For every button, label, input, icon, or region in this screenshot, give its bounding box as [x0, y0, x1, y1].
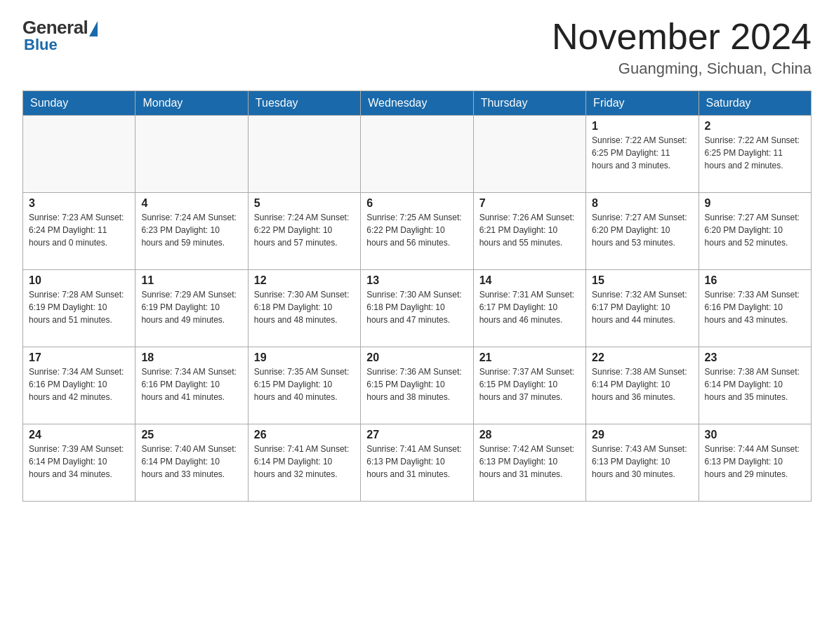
calendar-cell [361, 116, 473, 193]
day-number: 1 [592, 120, 692, 133]
day-info: Sunrise: 7:38 AM Sunset: 6:14 PM Dayligh… [705, 365, 805, 403]
weekday-header-tuesday: Tuesday [248, 91, 360, 116]
logo-triangle-icon [89, 21, 98, 36]
weekday-header-thursday: Thursday [473, 91, 585, 116]
title-section: November 2024 Guangming, Sichuan, China [552, 17, 812, 78]
calendar-cell [23, 116, 135, 193]
calendar-cell: 28Sunrise: 7:42 AM Sunset: 6:13 PM Dayli… [473, 424, 585, 502]
day-number: 15 [592, 274, 692, 287]
calendar-cell: 23Sunrise: 7:38 AM Sunset: 6:14 PM Dayli… [699, 347, 811, 424]
day-info: Sunrise: 7:41 AM Sunset: 6:14 PM Dayligh… [254, 443, 355, 481]
calendar-cell: 7Sunrise: 7:26 AM Sunset: 6:21 PM Daylig… [473, 193, 585, 270]
day-number: 2 [705, 120, 805, 133]
day-info: Sunrise: 7:23 AM Sunset: 6:24 PM Dayligh… [29, 211, 129, 249]
day-number: 17 [29, 351, 129, 364]
day-info: Sunrise: 7:38 AM Sunset: 6:14 PM Dayligh… [592, 365, 692, 403]
calendar-cell [473, 116, 585, 193]
day-info: Sunrise: 7:32 AM Sunset: 6:17 PM Dayligh… [592, 288, 692, 326]
day-info: Sunrise: 7:33 AM Sunset: 6:16 PM Dayligh… [705, 288, 805, 326]
weekday-header-saturday: Saturday [699, 91, 811, 116]
calendar-cell: 3Sunrise: 7:23 AM Sunset: 6:24 PM Daylig… [23, 193, 135, 270]
calendar-cell: 24Sunrise: 7:39 AM Sunset: 6:14 PM Dayli… [23, 424, 135, 502]
day-number: 16 [705, 274, 805, 287]
page-header: General Blue November 2024 Guangming, Si… [22, 17, 812, 78]
day-info: Sunrise: 7:43 AM Sunset: 6:13 PM Dayligh… [592, 443, 692, 481]
day-info: Sunrise: 7:30 AM Sunset: 6:18 PM Dayligh… [254, 288, 355, 326]
day-number: 7 [479, 197, 580, 210]
calendar-week-row: 24Sunrise: 7:39 AM Sunset: 6:14 PM Dayli… [23, 424, 812, 502]
day-info: Sunrise: 7:22 AM Sunset: 6:25 PM Dayligh… [592, 134, 692, 172]
day-info: Sunrise: 7:28 AM Sunset: 6:19 PM Dayligh… [29, 288, 129, 326]
month-title: November 2024 [552, 17, 812, 57]
calendar-body: 1Sunrise: 7:22 AM Sunset: 6:25 PM Daylig… [23, 116, 812, 502]
calendar-table: SundayMondayTuesdayWednesdayThursdayFrid… [22, 90, 812, 502]
day-number: 19 [254, 351, 355, 364]
calendar-cell: 19Sunrise: 7:35 AM Sunset: 6:15 PM Dayli… [248, 347, 360, 424]
day-number: 21 [479, 351, 580, 364]
calendar-cell: 1Sunrise: 7:22 AM Sunset: 6:25 PM Daylig… [586, 116, 699, 193]
calendar-cell: 17Sunrise: 7:34 AM Sunset: 6:16 PM Dayli… [23, 347, 135, 424]
calendar-cell: 9Sunrise: 7:27 AM Sunset: 6:20 PM Daylig… [699, 193, 811, 270]
calendar-cell: 26Sunrise: 7:41 AM Sunset: 6:14 PM Dayli… [248, 424, 360, 502]
calendar-cell: 18Sunrise: 7:34 AM Sunset: 6:16 PM Dayli… [135, 347, 248, 424]
calendar-week-row: 10Sunrise: 7:28 AM Sunset: 6:19 PM Dayli… [23, 270, 812, 347]
calendar-cell: 4Sunrise: 7:24 AM Sunset: 6:23 PM Daylig… [135, 193, 248, 270]
calendar-cell: 27Sunrise: 7:41 AM Sunset: 6:13 PM Dayli… [361, 424, 473, 502]
day-number: 9 [705, 197, 805, 210]
day-number: 18 [141, 351, 241, 364]
calendar-cell: 6Sunrise: 7:25 AM Sunset: 6:22 PM Daylig… [361, 193, 473, 270]
day-number: 26 [254, 429, 355, 441]
weekday-header-monday: Monday [135, 91, 248, 116]
calendar-cell: 30Sunrise: 7:44 AM Sunset: 6:13 PM Dayli… [699, 424, 811, 502]
day-info: Sunrise: 7:34 AM Sunset: 6:16 PM Dayligh… [29, 365, 129, 403]
day-number: 24 [29, 429, 129, 441]
day-info: Sunrise: 7:44 AM Sunset: 6:13 PM Dayligh… [705, 443, 805, 481]
calendar-week-row: 17Sunrise: 7:34 AM Sunset: 6:16 PM Dayli… [23, 347, 812, 424]
calendar-cell: 20Sunrise: 7:36 AM Sunset: 6:15 PM Dayli… [361, 347, 473, 424]
day-number: 3 [29, 197, 129, 210]
day-number: 14 [479, 274, 580, 287]
day-number: 6 [366, 197, 467, 210]
calendar-cell: 22Sunrise: 7:38 AM Sunset: 6:14 PM Dayli… [586, 347, 699, 424]
calendar-cell: 16Sunrise: 7:33 AM Sunset: 6:16 PM Dayli… [699, 270, 811, 347]
day-info: Sunrise: 7:40 AM Sunset: 6:14 PM Dayligh… [141, 443, 241, 481]
day-number: 4 [141, 197, 241, 210]
day-info: Sunrise: 7:39 AM Sunset: 6:14 PM Dayligh… [29, 443, 129, 481]
day-info: Sunrise: 7:26 AM Sunset: 6:21 PM Dayligh… [479, 211, 580, 249]
calendar-cell: 8Sunrise: 7:27 AM Sunset: 6:20 PM Daylig… [586, 193, 699, 270]
calendar-cell: 10Sunrise: 7:28 AM Sunset: 6:19 PM Dayli… [23, 270, 135, 347]
calendar-cell: 12Sunrise: 7:30 AM Sunset: 6:18 PM Dayli… [248, 270, 360, 347]
weekday-header-friday: Friday [586, 91, 699, 116]
day-info: Sunrise: 7:29 AM Sunset: 6:19 PM Dayligh… [141, 288, 241, 326]
day-info: Sunrise: 7:41 AM Sunset: 6:13 PM Dayligh… [366, 443, 467, 481]
day-info: Sunrise: 7:42 AM Sunset: 6:13 PM Dayligh… [479, 443, 580, 481]
calendar-cell: 2Sunrise: 7:22 AM Sunset: 6:25 PM Daylig… [699, 116, 811, 193]
day-info: Sunrise: 7:25 AM Sunset: 6:22 PM Dayligh… [366, 211, 467, 249]
calendar-cell: 5Sunrise: 7:24 AM Sunset: 6:22 PM Daylig… [248, 193, 360, 270]
calendar-cell: 25Sunrise: 7:40 AM Sunset: 6:14 PM Dayli… [135, 424, 248, 502]
calendar-cell [248, 116, 360, 193]
day-info: Sunrise: 7:24 AM Sunset: 6:22 PM Dayligh… [254, 211, 355, 249]
day-number: 20 [366, 351, 467, 364]
calendar-cell [135, 116, 248, 193]
calendar-cell: 11Sunrise: 7:29 AM Sunset: 6:19 PM Dayli… [135, 270, 248, 347]
weekday-header-sunday: Sunday [23, 91, 135, 116]
logo-blue-text: Blue [24, 36, 58, 54]
day-info: Sunrise: 7:22 AM Sunset: 6:25 PM Dayligh… [705, 134, 805, 172]
weekday-header-wednesday: Wednesday [361, 91, 473, 116]
logo: General Blue [22, 17, 98, 54]
day-info: Sunrise: 7:34 AM Sunset: 6:16 PM Dayligh… [141, 365, 241, 403]
day-info: Sunrise: 7:30 AM Sunset: 6:18 PM Dayligh… [366, 288, 467, 326]
day-number: 12 [254, 274, 355, 287]
day-number: 23 [705, 351, 805, 364]
day-number: 30 [705, 429, 805, 441]
day-number: 13 [366, 274, 467, 287]
calendar-cell: 13Sunrise: 7:30 AM Sunset: 6:18 PM Dayli… [361, 270, 473, 347]
calendar-header: SundayMondayTuesdayWednesdayThursdayFrid… [23, 91, 812, 116]
day-number: 27 [366, 429, 467, 441]
day-info: Sunrise: 7:27 AM Sunset: 6:20 PM Dayligh… [705, 211, 805, 249]
day-info: Sunrise: 7:24 AM Sunset: 6:23 PM Dayligh… [141, 211, 241, 249]
calendar-cell: 14Sunrise: 7:31 AM Sunset: 6:17 PM Dayli… [473, 270, 585, 347]
day-number: 29 [592, 429, 692, 441]
calendar-cell: 29Sunrise: 7:43 AM Sunset: 6:13 PM Dayli… [586, 424, 699, 502]
